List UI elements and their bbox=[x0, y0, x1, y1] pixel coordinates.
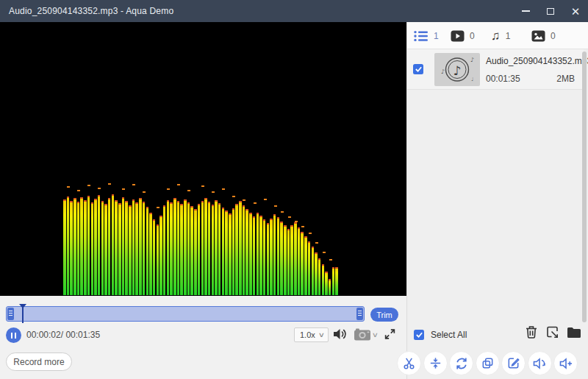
duplicate-button[interactable] bbox=[476, 351, 500, 375]
editing-toolbar bbox=[397, 351, 578, 375]
tab-all-recordings[interactable]: 1 bbox=[414, 22, 439, 49]
close-button[interactable]: ✕ bbox=[563, 0, 588, 22]
audio-preview-area bbox=[0, 22, 406, 296]
playback-speed-select[interactable]: 1.0x ∨ bbox=[294, 327, 329, 342]
minimize-icon bbox=[522, 10, 530, 12]
file-operations bbox=[524, 325, 582, 340]
music-note-badge-icon: ♪ ♪ ♪ ♩ bbox=[434, 53, 480, 86]
check-icon bbox=[415, 331, 423, 339]
select-all-checkbox[interactable] bbox=[414, 330, 424, 340]
time-display: 00:00:02/ 00:01:35 bbox=[26, 330, 100, 340]
check-icon bbox=[415, 65, 423, 73]
fullscreen-icon bbox=[383, 327, 397, 341]
camera-icon bbox=[354, 327, 371, 341]
refresh-icon bbox=[454, 356, 469, 371]
svg-text:♩: ♩ bbox=[471, 77, 473, 82]
record-more-button[interactable]: Record more bbox=[6, 353, 72, 371]
open-folder-button[interactable] bbox=[566, 325, 582, 340]
svg-text:♪: ♪ bbox=[453, 63, 462, 78]
snapshot-options-chevron[interactable]: ∨ bbox=[372, 331, 379, 339]
close-icon: ✕ bbox=[571, 6, 581, 17]
delete-button[interactable] bbox=[524, 325, 539, 340]
copy-icon bbox=[481, 356, 495, 370]
trash-icon bbox=[524, 325, 539, 340]
export-button[interactable] bbox=[545, 325, 560, 340]
tab-audio[interactable]: ♫ 1 bbox=[491, 22, 510, 49]
convert-button[interactable] bbox=[449, 351, 473, 375]
player-controls: Trim 00:00:02/ 00:01:35 1.0x ∨ ∨ bbox=[0, 296, 406, 379]
edit-pencil-icon bbox=[506, 356, 520, 370]
grip-icon bbox=[9, 311, 12, 317]
speaker-icon bbox=[332, 327, 348, 341]
tab-video[interactable]: 0 bbox=[451, 22, 475, 49]
select-all-label: Select All bbox=[431, 330, 467, 340]
tab-count: 1 bbox=[506, 31, 511, 41]
image-icon bbox=[531, 30, 545, 42]
speaker-plus-icon bbox=[559, 356, 573, 371]
window-controls: ✕ bbox=[513, 0, 588, 22]
spectrum-bars bbox=[63, 23, 341, 295]
compress-icon bbox=[429, 356, 442, 370]
speaker-refresh-icon bbox=[532, 356, 547, 371]
tab-image[interactable]: 0 bbox=[531, 22, 556, 49]
trim-end-handle[interactable] bbox=[356, 308, 363, 320]
music-notes-icon: ♫ bbox=[491, 29, 501, 42]
seek-bar[interactable] bbox=[6, 306, 365, 322]
media-tabbar: 1 0 ♫ 1 0 bbox=[407, 22, 588, 49]
item-checkbox[interactable] bbox=[413, 64, 423, 74]
video-icon bbox=[451, 30, 465, 42]
file-size: 2MB bbox=[556, 74, 575, 84]
transport-row: 00:00:02/ 00:01:35 1.0x ∨ ∨ bbox=[0, 325, 406, 346]
trim-start-handle[interactable] bbox=[7, 308, 14, 320]
fullscreen-button[interactable] bbox=[383, 327, 397, 341]
list-icon bbox=[414, 30, 429, 42]
folder-icon bbox=[566, 325, 582, 340]
audio-convert-button[interactable] bbox=[528, 351, 552, 375]
compress-button[interactable] bbox=[423, 351, 448, 375]
recording-list-item[interactable]: ♪ ♪ ♪ ♩ Audio_250904143352.mp3 00:01:35 … bbox=[407, 49, 584, 90]
edit-button[interactable] bbox=[501, 351, 526, 375]
maximize-icon bbox=[547, 8, 554, 15]
tab-count: 1 bbox=[434, 31, 439, 41]
grip-icon bbox=[358, 311, 362, 317]
audio-thumbnail: ♪ ♪ ♪ ♩ bbox=[434, 53, 480, 86]
file-duration: 00:01:35 bbox=[486, 74, 520, 84]
pause-button[interactable] bbox=[6, 327, 21, 343]
window-title: Audio_250904143352.mp3 - Aqua Demo bbox=[0, 6, 173, 16]
list-scrollbar[interactable] bbox=[582, 52, 587, 322]
volume-booster-button[interactable] bbox=[553, 351, 578, 375]
trim-button[interactable]: Trim bbox=[370, 308, 398, 322]
scissors-icon bbox=[402, 356, 416, 370]
playhead[interactable] bbox=[22, 305, 24, 323]
pause-icon bbox=[11, 333, 13, 339]
export-icon bbox=[545, 325, 560, 340]
maximize-button[interactable] bbox=[538, 0, 563, 22]
recording-list-panel: 1 0 ♫ 1 0 bbox=[406, 22, 588, 379]
minimize-button[interactable] bbox=[513, 0, 538, 22]
cut-button[interactable] bbox=[397, 351, 421, 375]
tab-count: 0 bbox=[470, 31, 475, 41]
snapshot-button[interactable] bbox=[354, 327, 371, 341]
chevron-down-icon: ∨ bbox=[318, 331, 325, 339]
file-name: Audio_250904143352.mp3 bbox=[486, 56, 588, 66]
window-titlebar: Audio_250904143352.mp3 - Aqua Demo ✕ bbox=[0, 0, 588, 22]
speed-value: 1.0x bbox=[300, 330, 315, 339]
svg-text:♪: ♪ bbox=[441, 68, 445, 75]
tab-count: 0 bbox=[551, 31, 556, 41]
svg-text:♪: ♪ bbox=[470, 57, 474, 63]
volume-button[interactable] bbox=[332, 327, 348, 341]
